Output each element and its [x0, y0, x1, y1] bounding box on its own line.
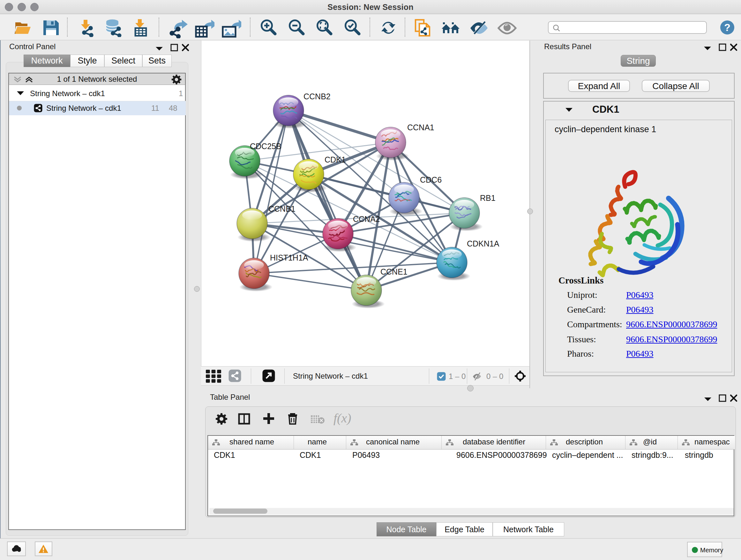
svg-text:CDC25B: CDC25B	[250, 142, 281, 151]
svg-text:CDK1: CDK1	[325, 155, 346, 164]
svg-text:CCNB2: CCNB2	[304, 92, 331, 101]
svg-text:?: ?	[724, 22, 731, 33]
svg-text:CDC6: CDC6	[420, 175, 442, 184]
svg-text:CCNB1: CCNB1	[268, 204, 295, 213]
svg-text:HIST1H1A: HIST1H1A	[270, 253, 308, 262]
svg-text:RB1: RB1	[480, 193, 495, 202]
svg-text:CCNA2: CCNA2	[353, 214, 380, 224]
svg-text:CCNE1: CCNE1	[381, 267, 408, 276]
svg-text:CCNA1: CCNA1	[407, 123, 434, 132]
svg-text:CDKN1A: CDKN1A	[467, 239, 499, 248]
